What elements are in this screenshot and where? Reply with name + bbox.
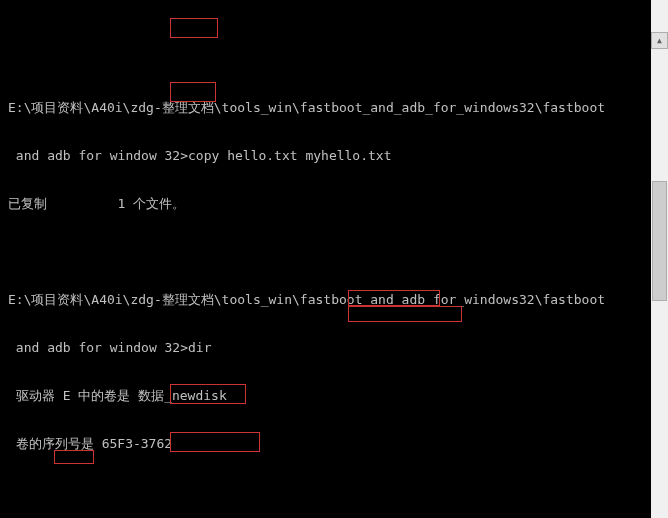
output-line: and adb for window 32>copy hello.txt myh… xyxy=(8,148,660,164)
terminal-output[interactable]: E:\项目资料\A40i\zdg-整理文档\tools_win\fastboot… xyxy=(0,64,668,518)
vertical-scrollbar[interactable]: ▲ ▼ xyxy=(651,0,668,518)
output-line: 驱动器 E 中的卷是 数据_newdisk xyxy=(8,388,660,404)
output-line: E:\项目资料\A40i\zdg-整理文档\tools_win\fastboot… xyxy=(8,292,660,308)
output-line: 卷的序列号是 65F3-3762 xyxy=(8,436,660,452)
scroll-up-button[interactable]: ▲ xyxy=(651,32,668,49)
chevron-up-icon: ▲ xyxy=(657,33,662,49)
output-line: 已复制 1 个文件。 xyxy=(8,196,660,212)
output-line: E:\项目资料\A40i\zdg-整理文档\tools_win\fastboot… xyxy=(8,100,660,116)
output-line: and adb for window 32>dir xyxy=(8,340,660,356)
annotation-copy-command xyxy=(170,18,218,38)
scroll-track[interactable] xyxy=(651,81,668,518)
output-line xyxy=(8,244,660,260)
output-line xyxy=(8,484,660,500)
scroll-thumb[interactable] xyxy=(652,181,667,301)
